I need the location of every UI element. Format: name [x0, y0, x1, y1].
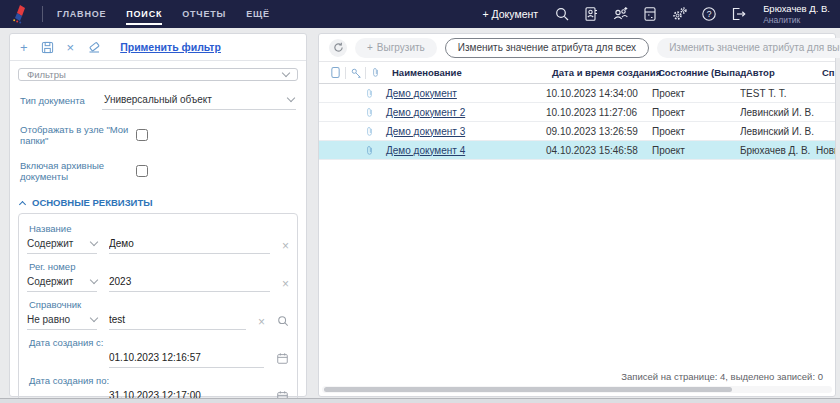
operator-select[interactable]: Не равно	[27, 313, 97, 330]
collapse-caret-icon	[19, 201, 26, 208]
clear-field-icon[interactable]: ×	[282, 240, 289, 252]
document-link[interactable]: Демо документ	[386, 88, 457, 99]
field-label: Дата создания по:	[29, 375, 287, 386]
nav-search[interactable]: ПОИСК	[126, 0, 162, 28]
field-row-name: Содержит ×	[27, 237, 289, 254]
doc-type-row: Тип документа Универсальный объект	[20, 94, 296, 110]
table-row[interactable]: Демо документ 10.10.2023 14:34:00 Проект…	[319, 84, 835, 103]
apply-filter-link[interactable]: Применить фильтр	[120, 41, 221, 53]
operator-select[interactable]: Содержит	[27, 275, 97, 292]
change-attribute-all-button[interactable]: Изменить значение атрибута для всех	[445, 38, 649, 58]
chevron-down-icon	[90, 314, 98, 322]
table-empty-area	[319, 160, 835, 371]
table-header: Наименование Дата и время создания ↓ Сос…	[319, 61, 835, 84]
column-header-author[interactable]: Автор	[746, 67, 822, 78]
chevron-down-icon	[287, 94, 295, 102]
settings-gears-icon[interactable]	[671, 6, 688, 22]
checkbox-label: Отображать в узле "Мои папки"	[20, 124, 136, 146]
nav-main[interactable]: ГЛАВНОЕ	[57, 0, 106, 28]
created-cell: 10.10.2023 14:34:00	[546, 88, 652, 99]
field-label: Рег. номер	[29, 261, 287, 272]
table-row-selected[interactable]: Демо документ 4 04.10.2023 15:46:58 Прое…	[319, 141, 835, 160]
author-cell: Левинский И. В.	[740, 107, 816, 118]
column-label: Сп	[822, 67, 835, 78]
column-header-state[interactable]: Состояние (Выпада...	[658, 67, 746, 78]
document-link[interactable]: Демо документ 3	[386, 126, 465, 137]
results-panel: + Выгрузить Изменить значение атрибута д…	[318, 33, 836, 397]
chevron-down-icon	[282, 69, 290, 77]
key-column-icon[interactable]	[347, 67, 364, 79]
user-info[interactable]: Брюхачев Д. В. Аналитик	[763, 3, 830, 25]
section-title: ОСНОВНЫЕ РЕКВИЗИТЫ	[32, 197, 153, 208]
card-type-column-icon[interactable]	[327, 66, 344, 79]
clear-field-icon[interactable]: ×	[258, 316, 265, 328]
user-role: Аналитик	[763, 15, 830, 25]
clear-filter-eraser-icon[interactable]	[87, 40, 101, 54]
my-folders-checkbox[interactable]	[136, 129, 148, 141]
filter-toolbar: + × Применить фильтр	[10, 34, 306, 61]
plus-icon: +	[367, 42, 373, 53]
filters-select[interactable]: Фильтры	[18, 68, 298, 81]
app-logo-icon	[10, 4, 32, 24]
chevron-down-icon	[90, 238, 98, 246]
name-filter-input[interactable]	[109, 237, 270, 254]
doc-type-value: Универсальный объект	[104, 94, 212, 105]
topbar: ГЛАВНОЕ ПОИСК ОТЧЕТЫ ЕЩЁ + Документ ? Бр…	[0, 0, 840, 28]
results-toolbar: + Выгрузить Изменить значение атрибута д…	[319, 34, 835, 61]
column-header-name[interactable]: Наименование	[384, 67, 552, 78]
calendar-icon[interactable]	[276, 352, 289, 367]
paperclip-column-icon[interactable]	[367, 66, 384, 79]
paperclip-icon	[361, 87, 378, 100]
main-requisites-section-header[interactable]: ОСНОВНЫЕ РЕКВИЗИТЫ	[20, 197, 296, 208]
lookup-search-icon[interactable]	[277, 315, 289, 329]
state-cell: Проект	[652, 126, 740, 137]
date-from-input[interactable]	[109, 351, 264, 368]
delete-filter-icon[interactable]: ×	[67, 41, 75, 54]
scrollbar-thumb[interactable]	[324, 387, 732, 392]
export-button[interactable]: + Выгрузить	[355, 38, 437, 58]
main-nav: ГЛАВНОЕ ПОИСК ОТЧЕТЫ ЕЩЁ	[57, 0, 270, 28]
add-users-icon[interactable]	[612, 6, 629, 22]
field-row-date-from	[109, 351, 289, 368]
reference-filter-input[interactable]	[109, 313, 246, 330]
document-link[interactable]: Демо документ 2	[386, 107, 465, 118]
save-filter-icon[interactable]	[41, 41, 54, 54]
filters-select-value: Фильтры	[27, 69, 66, 80]
document-link[interactable]: Демо документ 4	[386, 145, 465, 156]
paperclip-icon	[361, 144, 378, 157]
employee-card-icon[interactable]	[583, 6, 599, 22]
new-document-button[interactable]: + Документ	[482, 8, 538, 20]
checkbox-row-my-folders: Отображать в узле "Мои папки"	[20, 124, 296, 146]
add-filter-icon[interactable]: +	[20, 41, 28, 54]
column-header-created[interactable]: Дата и время создания ↓	[552, 67, 658, 78]
horizontal-scrollbar[interactable]	[322, 386, 832, 393]
paperclip-icon	[361, 125, 378, 138]
doc-type-select[interactable]: Универсальный объект	[102, 94, 296, 110]
change-attribute-selected-button[interactable]: Изменить значение атрибута для выбранных	[657, 38, 840, 58]
registry-journal-icon[interactable]	[642, 6, 658, 22]
author-cell: TEST Т. Т.	[740, 88, 816, 99]
nav-reports[interactable]: ОТЧЕТЫ	[182, 0, 226, 28]
checkbox-label: Включая архивные документы	[20, 160, 136, 182]
clear-field-icon[interactable]: ×	[282, 278, 289, 290]
field-label: Дата создания с:	[29, 337, 287, 348]
table-row[interactable]: Демо документ 3 09.10.2023 13:26:59 Прое…	[319, 122, 835, 141]
nav-more[interactable]: ЕЩЁ	[246, 0, 270, 28]
topbar-divider	[42, 6, 43, 22]
logout-icon[interactable]	[730, 6, 747, 22]
refresh-button[interactable]	[329, 39, 347, 57]
search-icon[interactable]	[554, 6, 570, 22]
filter-panel: + × Применить фильтр Фильтры Тип докумен…	[9, 33, 307, 397]
regnumber-filter-input[interactable]	[109, 275, 270, 292]
column-label: Дата и время создания	[552, 67, 661, 78]
column-header-sp[interactable]: Сп ⋮	[822, 67, 835, 78]
archive-docs-checkbox[interactable]	[136, 165, 148, 177]
field-label: Название	[29, 223, 287, 234]
column-separator	[345, 67, 346, 79]
table-row[interactable]: Демо документ 2 10.10.2023 11:27:06 Прое…	[319, 103, 835, 122]
export-label: Выгрузить	[377, 42, 425, 53]
operator-select[interactable]: Содержит	[27, 237, 97, 254]
help-icon[interactable]: ?	[701, 6, 717, 22]
user-name: Брюхачев Д. В.	[763, 3, 830, 14]
requisites-fieldbox: Название Содержит × Рег. номер Содержит …	[18, 213, 298, 403]
